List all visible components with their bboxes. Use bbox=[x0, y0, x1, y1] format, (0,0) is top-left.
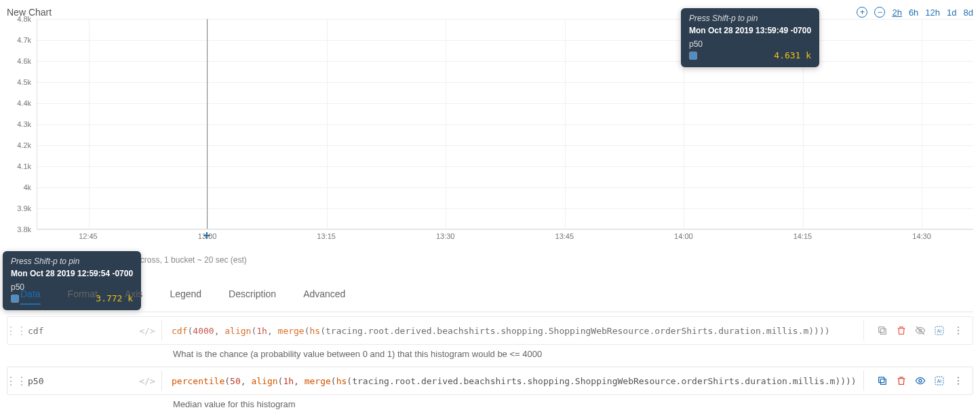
zoom-out-icon[interactable]: − bbox=[874, 7, 885, 18]
chart-area[interactable]: 4.8k4.7k4.6k4.5k4.4k4.3k4.2k4.1k4k3.9k3.… bbox=[7, 19, 973, 243]
query-name[interactable]: p50 bbox=[25, 376, 137, 386]
zoom-in-icon[interactable]: + bbox=[857, 7, 867, 18]
x-tick: 14:15 bbox=[793, 232, 812, 240]
tooltip-value: 4.631 k bbox=[774, 50, 811, 60]
tab-data[interactable]: Data bbox=[20, 288, 41, 305]
tab-advanced[interactable]: Advanced bbox=[303, 288, 345, 305]
ai-assist-icon[interactable]: AI bbox=[933, 375, 945, 387]
more-icon[interactable] bbox=[952, 375, 964, 387]
x-tick: 13:30 bbox=[436, 232, 455, 240]
query-description: Median value for this histogram bbox=[173, 399, 973, 409]
query-row-p50: ⋮⋮ p50 </> percentile(50, align(1h, merg… bbox=[7, 367, 973, 395]
y-tick: 3.9k bbox=[17, 204, 31, 212]
x-tick: 12:45 bbox=[79, 232, 98, 240]
svg-text:AI: AI bbox=[937, 379, 941, 383]
query-name[interactable]: cdf bbox=[25, 326, 137, 336]
root: { "header": { "title": "New Chart", "zoo… bbox=[0, 0, 980, 412]
svg-rect-9 bbox=[879, 377, 884, 383]
chart-plot[interactable] bbox=[37, 19, 973, 229]
time-option-2h[interactable]: 2h bbox=[892, 7, 901, 18]
tooltip-series: p50 bbox=[689, 39, 811, 49]
svg-rect-8 bbox=[880, 379, 886, 384]
svg-point-13 bbox=[958, 377, 959, 378]
x-tick: 13:00 bbox=[198, 232, 217, 240]
time-controls: + − 2h 6h 12h 1d 8d bbox=[857, 7, 973, 18]
query-block-cdf: ⋮⋮ cdf </> cdf(4000, align(1h, merge(hs(… bbox=[7, 316, 973, 359]
svg-point-15 bbox=[958, 383, 959, 385]
svg-point-10 bbox=[919, 379, 922, 382]
x-tick: 13:15 bbox=[317, 232, 336, 240]
tooltip-pin-hint: Press Shift-p to pin bbox=[11, 257, 133, 266]
tooltip-pin-hint: Press Shift-p to pin bbox=[689, 14, 811, 23]
duplicate-icon[interactable] bbox=[876, 324, 888, 337]
visibility-off-icon[interactable] bbox=[914, 324, 926, 337]
y-tick: 4.4k bbox=[17, 99, 31, 107]
code-toggle-icon[interactable]: </> bbox=[137, 326, 157, 336]
tab-legend[interactable]: Legend bbox=[170, 288, 201, 305]
y-tick: 4.7k bbox=[17, 36, 31, 44]
svg-point-7 bbox=[958, 333, 959, 335]
time-option-8d[interactable]: 8d bbox=[964, 7, 973, 18]
tab-axis[interactable]: Axis bbox=[125, 288, 142, 305]
query-description: What is the chance (a probability value … bbox=[173, 349, 973, 359]
delete-icon[interactable] bbox=[895, 375, 907, 387]
tooltip-swatch bbox=[689, 52, 697, 60]
tooltip-point: Press Shift-p to pin Mon Oct 28 2019 13:… bbox=[681, 8, 819, 67]
visibility-on-icon[interactable] bbox=[914, 375, 926, 387]
y-tick: 4.3k bbox=[17, 120, 31, 128]
y-tick: 4.2k bbox=[17, 141, 31, 149]
ai-assist-icon[interactable]: AI bbox=[933, 324, 945, 337]
tab-description[interactable]: Description bbox=[229, 288, 276, 305]
y-tick: 4.6k bbox=[17, 57, 31, 65]
y-tick: 4.1k bbox=[17, 162, 31, 170]
drag-handle-icon[interactable]: ⋮⋮ bbox=[7, 324, 25, 337]
time-option-1d[interactable]: 1d bbox=[947, 7, 956, 18]
svg-text:AI: AI bbox=[937, 329, 941, 333]
svg-point-5 bbox=[958, 326, 959, 328]
y-tick: 4.5k bbox=[17, 78, 31, 86]
x-tick: 13:45 bbox=[555, 232, 574, 240]
y-tick: 3.8k bbox=[17, 225, 31, 233]
drag-handle-icon[interactable]: ⋮⋮ bbox=[7, 375, 25, 388]
query-block-p50: ⋮⋮ p50 </> percentile(50, align(1h, merg… bbox=[7, 367, 973, 409]
time-option-12h[interactable]: 12h bbox=[925, 7, 940, 18]
svg-rect-0 bbox=[880, 329, 886, 334]
query-actions: AI bbox=[868, 324, 973, 337]
time-option-6h[interactable]: 6h bbox=[909, 7, 918, 18]
duplicate-icon[interactable] bbox=[876, 375, 888, 387]
x-tick: 14:30 bbox=[912, 232, 931, 240]
tab-format[interactable]: Format bbox=[68, 288, 98, 305]
x-tick: 14:00 bbox=[674, 232, 693, 240]
editor-tabs: Data Format Axis Legend Description Adva… bbox=[7, 288, 973, 312]
svg-point-6 bbox=[958, 330, 959, 331]
tooltip-timestamp: Mon Oct 28 2019 12:59:54 -0700 bbox=[11, 269, 133, 278]
y-tick: 4.8k bbox=[17, 15, 31, 23]
tooltip-timestamp: Mon Oct 28 2019 13:59:49 -0700 bbox=[689, 26, 811, 35]
query-actions: AI bbox=[868, 375, 973, 387]
svg-rect-1 bbox=[879, 327, 884, 333]
chart-header: New Chart + − 2h 6h 12h 1d 8d bbox=[7, 7, 973, 18]
y-axis: 4.8k4.7k4.6k4.5k4.4k4.3k4.2k4.1k4k3.9k3.… bbox=[7, 19, 37, 229]
query-expression[interactable]: percentile(50, align(1h, merge(hs(tracin… bbox=[166, 376, 859, 386]
y-tick: 4k bbox=[23, 183, 31, 191]
query-expression[interactable]: cdf(4000, align(1h, merge(hs(tracing.roo… bbox=[166, 326, 859, 336]
query-row-cdf: ⋮⋮ cdf </> cdf(4000, align(1h, merge(hs(… bbox=[7, 316, 973, 345]
svg-point-14 bbox=[958, 380, 959, 381]
cursor-line bbox=[207, 19, 208, 229]
delete-icon[interactable] bbox=[895, 324, 907, 337]
more-icon[interactable] bbox=[952, 324, 964, 337]
code-toggle-icon[interactable]: </> bbox=[137, 376, 157, 386]
